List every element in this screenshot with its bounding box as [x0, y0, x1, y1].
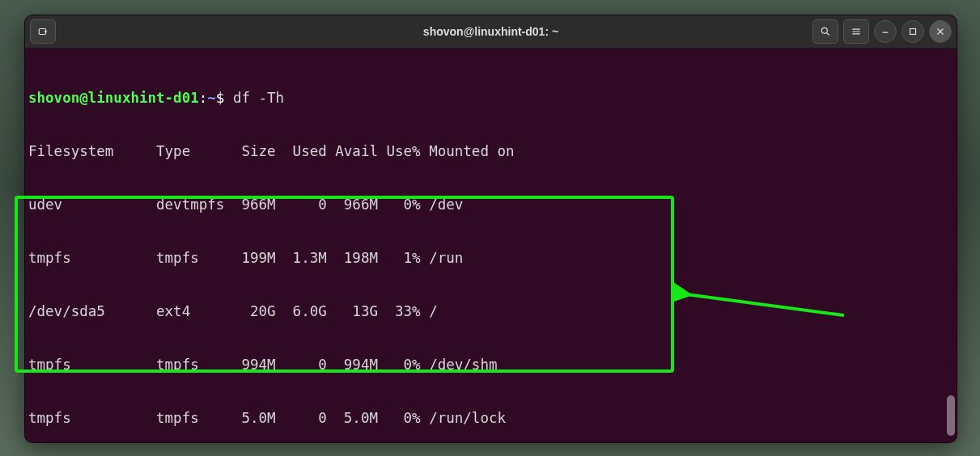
search-button[interactable] [812, 19, 838, 44]
output-row: tmpfs tmpfs 199M 1.3M 198M 1% /run [28, 249, 953, 267]
output-row: tmpfs tmpfs 5.0M 0 5.0M 0% /run/lock [28, 409, 953, 427]
new-tab-icon [37, 26, 49, 37]
hamburger-icon [851, 26, 862, 37]
titlebar: shovon@linuxhint-d01: ~ [25, 15, 957, 49]
prompt-sep1: : [199, 90, 208, 106]
scrollbar-thumb[interactable] [947, 395, 955, 436]
svg-rect-9 [910, 29, 916, 35]
prompt-path: ~ [207, 90, 216, 106]
output-row: /dev/sda5 ext4 20G 6.0G 13G 33% / [28, 302, 953, 320]
close-icon [935, 26, 946, 37]
terminal-window: shovon@linuxhint-d01: ~ [24, 15, 957, 443]
minimize-icon [880, 26, 891, 37]
minimize-button[interactable] [874, 20, 897, 43]
close-button[interactable] [929, 20, 952, 43]
output-row: tmpfs tmpfs 994M 0 994M 0% /dev/shm [28, 356, 953, 374]
prompt-command: df -Th [233, 90, 284, 106]
output-row: udev devtmpfs 966M 0 966M 0% /dev [28, 196, 953, 213]
prompt-line-1: shovon@linuxhint-d01:~$ df -Th [28, 89, 953, 107]
menu-button[interactable] [843, 19, 869, 44]
search-icon [820, 26, 831, 37]
prompt-user: shovon@linuxhint-d01 [28, 90, 199, 106]
maximize-button[interactable] [902, 20, 924, 43]
terminal-body[interactable]: shovon@linuxhint-d01:~$ df -Th Filesyste… [25, 49, 957, 442]
new-tab-button[interactable] [30, 19, 56, 44]
desktop-background: shovon@linuxhint-d01: ~ [0, 0, 980, 456]
output-header: Filesystem Type Size Used Avail Use% Mou… [28, 142, 953, 160]
maximize-icon [907, 26, 918, 37]
svg-line-4 [827, 33, 829, 36]
prompt-sep2: $ [216, 90, 225, 106]
svg-point-3 [821, 27, 827, 33]
